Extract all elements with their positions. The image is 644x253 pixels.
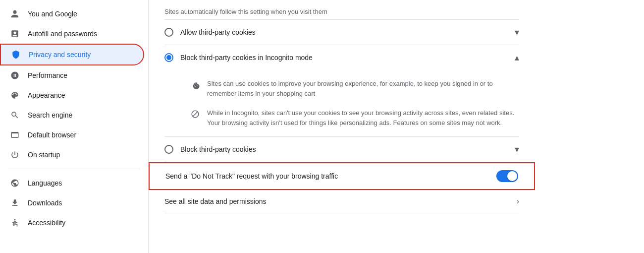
chevron-allow-icon: ▾ [515,27,519,38]
radio-block-all-col [164,145,173,154]
performance-icon [10,70,20,80]
sidebar-item-downloads[interactable]: Downloads [0,193,144,213]
sidebar-item-performance[interactable]: Performance [0,65,144,85]
shield-icon [11,50,21,60]
dnt-row[interactable]: Send a "Do Not Track" request with your … [149,162,535,190]
sidebar-item-accessibility[interactable]: Accessibility [0,213,144,233]
radio-incognito[interactable] [164,53,173,62]
person-icon [10,9,20,19]
cookie-icon [190,80,200,90]
block-icon [190,109,200,119]
autofill-icon [10,29,20,39]
sidebar-item-label: Performance [28,71,67,79]
sidebar-item-label: Search engine [28,111,72,119]
power-icon [10,150,20,160]
dnt-label: Send a "Do Not Track" request with your … [165,172,496,180]
sidebar: You and Google Autofill and passwords Pr… [0,0,149,253]
svg-point-0 [14,219,16,221]
sidebar-item-label: Languages [28,179,62,187]
expanded-item-block: While in Incognito, sites can't use your… [190,103,519,132]
radio-block-all[interactable] [164,145,173,154]
sidebar-item-you-and-google[interactable]: You and Google [0,4,144,24]
sidebar-item-label: Default browser [28,131,76,139]
sidebar-item-label: Accessibility [28,219,65,227]
sidebar-item-autofill[interactable]: Autofill and passwords [0,24,144,44]
expanded-content-incognito: Sites can use cookies to improve your br… [164,70,519,137]
main-content: Sites automatically follow this setting … [149,0,644,253]
expanded-text-cookie: Sites can use cookies to improve your br… [207,79,519,98]
option-incognito-label: Block third-party cookies in Incognito m… [180,54,508,62]
globe-icon [10,178,20,188]
expanded-text-block: While in Incognito, sites can't use your… [207,108,519,127]
option-allow-label: Allow third-party cookies [180,28,508,36]
chevron-block-all-icon: ▾ [515,144,519,155]
sidebar-item-default-browser[interactable]: Default browser [0,125,144,145]
site-data-label: See all site data and permissions [164,197,517,205]
top-description: Sites automatically follow this setting … [164,0,519,20]
dnt-toggle[interactable] [496,170,518,182]
radio-incognito-col [164,53,173,62]
sidebar-item-label: You and Google [28,10,77,18]
sidebar-divider [8,169,140,169]
option-block-all[interactable]: Block third-party cookies ▾ [164,137,519,162]
option-block-all-label: Block third-party cookies [180,145,508,153]
radio-allow[interactable] [164,28,173,37]
download-icon [10,198,20,208]
sidebar-item-languages[interactable]: Languages [0,173,144,193]
chevron-incognito-icon: ▴ [515,52,519,63]
sidebar-item-search-engine[interactable]: Search engine [0,105,144,125]
option-allow-third-party[interactable]: Allow third-party cookies ▾ [164,20,519,45]
sidebar-item-label: Appearance [28,91,65,99]
radio-allow-col [164,28,173,37]
sidebar-item-label: On startup [28,151,60,159]
sidebar-item-on-startup[interactable]: On startup [0,145,144,165]
site-data-arrow-icon: › [517,197,519,206]
sidebar-item-label: Privacy and security [29,51,91,59]
sidebar-item-label: Autofill and passwords [28,30,97,38]
appearance-icon [10,90,20,100]
accessibility-icon [10,218,20,228]
site-data-row[interactable]: See all site data and permissions › [164,190,519,213]
option-block-incognito[interactable]: Block third-party cookies in Incognito m… [164,45,519,70]
sidebar-item-privacy[interactable]: Privacy and security [0,44,144,65]
sidebar-item-label: Downloads [28,199,62,207]
sidebar-item-appearance[interactable]: Appearance [0,85,144,105]
browser-icon [10,130,20,140]
search-icon [10,110,20,120]
expanded-item-cookie: Sites can use cookies to improve your br… [190,74,519,103]
